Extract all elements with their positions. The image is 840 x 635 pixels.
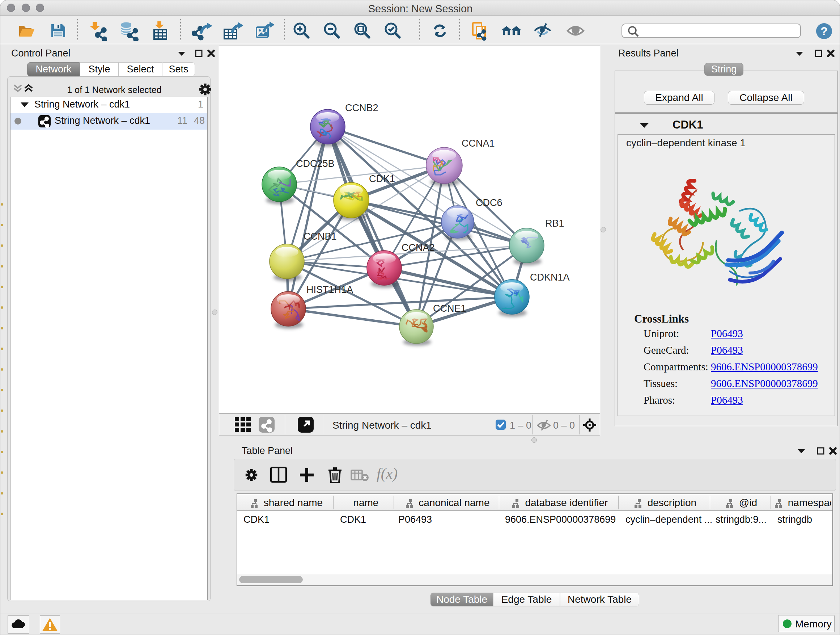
svg-text:CDC6: CDC6 xyxy=(476,197,502,208)
svg-text:CCNA2: CCNA2 xyxy=(401,242,435,253)
svg-text:CCNE1: CCNE1 xyxy=(433,303,466,314)
svg-text:CDK1: CDK1 xyxy=(369,173,395,184)
svg-text:RB1: RB1 xyxy=(545,218,564,229)
svg-text:CCNB1: CCNB1 xyxy=(303,231,337,242)
svg-text:HIST1H1A: HIST1H1A xyxy=(306,284,353,295)
svg-text:CDC25B: CDC25B xyxy=(296,158,335,169)
svg-text:CDKN1A: CDKN1A xyxy=(530,272,570,283)
svg-text:CCNA1: CCNA1 xyxy=(462,138,495,149)
svg-text:?: ? xyxy=(821,25,828,38)
svg-text:CCNB2: CCNB2 xyxy=(345,103,378,113)
